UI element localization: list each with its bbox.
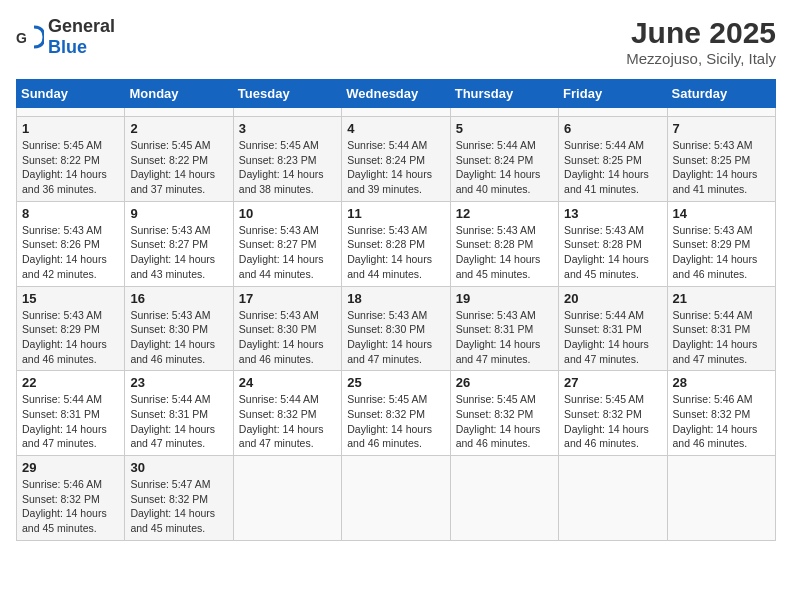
empty-cell bbox=[559, 108, 667, 117]
day-30: 30 Sunrise: 5:47 AMSunset: 8:32 PMDaylig… bbox=[125, 456, 233, 541]
logo-text: General Blue bbox=[48, 16, 115, 58]
header-monday: Monday bbox=[125, 80, 233, 108]
days-header-row: Sunday Monday Tuesday Wednesday Thursday… bbox=[17, 80, 776, 108]
logo-blue: Blue bbox=[48, 37, 87, 57]
day-1: 1 Sunrise: 5:45 AMSunset: 8:22 PMDayligh… bbox=[17, 117, 125, 202]
empty-cell bbox=[667, 456, 775, 541]
week-row-4: 15 Sunrise: 5:43 AMSunset: 8:29 PMDaylig… bbox=[17, 286, 776, 371]
day-3: 3 Sunrise: 5:45 AMSunset: 8:23 PMDayligh… bbox=[233, 117, 341, 202]
day-20: 20 Sunrise: 5:44 AMSunset: 8:31 PMDaylig… bbox=[559, 286, 667, 371]
empty-cell bbox=[233, 108, 341, 117]
header-sunday: Sunday bbox=[17, 80, 125, 108]
header-thursday: Thursday bbox=[450, 80, 558, 108]
week-row-1 bbox=[17, 108, 776, 117]
day-14: 14 Sunrise: 5:43 AMSunset: 8:29 PMDaylig… bbox=[667, 201, 775, 286]
empty-cell bbox=[667, 108, 775, 117]
day-11: 11 Sunrise: 5:43 AMSunset: 8:28 PMDaylig… bbox=[342, 201, 450, 286]
day-18: 18 Sunrise: 5:43 AMSunset: 8:30 PMDaylig… bbox=[342, 286, 450, 371]
day-16: 16 Sunrise: 5:43 AMSunset: 8:30 PMDaylig… bbox=[125, 286, 233, 371]
day-5: 5 Sunrise: 5:44 AMSunset: 8:24 PMDayligh… bbox=[450, 117, 558, 202]
day-19: 19 Sunrise: 5:43 AMSunset: 8:31 PMDaylig… bbox=[450, 286, 558, 371]
day-7: 7 Sunrise: 5:43 AMSunset: 8:25 PMDayligh… bbox=[667, 117, 775, 202]
empty-cell bbox=[342, 456, 450, 541]
empty-cell bbox=[450, 456, 558, 541]
header-tuesday: Tuesday bbox=[233, 80, 341, 108]
day-4: 4 Sunrise: 5:44 AMSunset: 8:24 PMDayligh… bbox=[342, 117, 450, 202]
day-12: 12 Sunrise: 5:43 AMSunset: 8:28 PMDaylig… bbox=[450, 201, 558, 286]
day-8: 8 Sunrise: 5:43 AMSunset: 8:26 PMDayligh… bbox=[17, 201, 125, 286]
empty-cell bbox=[559, 456, 667, 541]
empty-cell bbox=[125, 108, 233, 117]
week-row-3: 8 Sunrise: 5:43 AMSunset: 8:26 PMDayligh… bbox=[17, 201, 776, 286]
location-title: Mezzojuso, Sicily, Italy bbox=[626, 50, 776, 67]
empty-cell bbox=[342, 108, 450, 117]
week-row-2: 1 Sunrise: 5:45 AMSunset: 8:22 PMDayligh… bbox=[17, 117, 776, 202]
day-23: 23 Sunrise: 5:44 AMSunset: 8:31 PMDaylig… bbox=[125, 371, 233, 456]
empty-cell bbox=[17, 108, 125, 117]
month-title: June 2025 bbox=[626, 16, 776, 50]
day-21: 21 Sunrise: 5:44 AMSunset: 8:31 PMDaylig… bbox=[667, 286, 775, 371]
day-26: 26 Sunrise: 5:45 AMSunset: 8:32 PMDaylig… bbox=[450, 371, 558, 456]
logo: G General Blue bbox=[16, 16, 115, 58]
day-24: 24 Sunrise: 5:44 AMSunset: 8:32 PMDaylig… bbox=[233, 371, 341, 456]
day-25: 25 Sunrise: 5:45 AMSunset: 8:32 PMDaylig… bbox=[342, 371, 450, 456]
empty-cell bbox=[233, 456, 341, 541]
day-15: 15 Sunrise: 5:43 AMSunset: 8:29 PMDaylig… bbox=[17, 286, 125, 371]
header-friday: Friday bbox=[559, 80, 667, 108]
day-28: 28 Sunrise: 5:46 AMSunset: 8:32 PMDaylig… bbox=[667, 371, 775, 456]
week-row-5: 22 Sunrise: 5:44 AMSunset: 8:31 PMDaylig… bbox=[17, 371, 776, 456]
day-2: 2 Sunrise: 5:45 AMSunset: 8:22 PMDayligh… bbox=[125, 117, 233, 202]
logo-icon: G bbox=[16, 23, 44, 51]
header-saturday: Saturday bbox=[667, 80, 775, 108]
day-13: 13 Sunrise: 5:43 AMSunset: 8:28 PMDaylig… bbox=[559, 201, 667, 286]
title-area: June 2025 Mezzojuso, Sicily, Italy bbox=[626, 16, 776, 67]
day-6: 6 Sunrise: 5:44 AMSunset: 8:25 PMDayligh… bbox=[559, 117, 667, 202]
day-17: 17 Sunrise: 5:43 AMSunset: 8:30 PMDaylig… bbox=[233, 286, 341, 371]
empty-cell bbox=[450, 108, 558, 117]
svg-text:G: G bbox=[16, 30, 27, 46]
header: G General Blue June 2025 Mezzojuso, Sici… bbox=[16, 16, 776, 67]
day-9: 9 Sunrise: 5:43 AMSunset: 8:27 PMDayligh… bbox=[125, 201, 233, 286]
logo-general: General bbox=[48, 16, 115, 36]
day-22: 22 Sunrise: 5:44 AMSunset: 8:31 PMDaylig… bbox=[17, 371, 125, 456]
header-wednesday: Wednesday bbox=[342, 80, 450, 108]
calendar-table: Sunday Monday Tuesday Wednesday Thursday… bbox=[16, 79, 776, 541]
day-10: 10 Sunrise: 5:43 AMSunset: 8:27 PMDaylig… bbox=[233, 201, 341, 286]
week-row-6: 29 Sunrise: 5:46 AMSunset: 8:32 PMDaylig… bbox=[17, 456, 776, 541]
day-29: 29 Sunrise: 5:46 AMSunset: 8:32 PMDaylig… bbox=[17, 456, 125, 541]
day-27: 27 Sunrise: 5:45 AMSunset: 8:32 PMDaylig… bbox=[559, 371, 667, 456]
